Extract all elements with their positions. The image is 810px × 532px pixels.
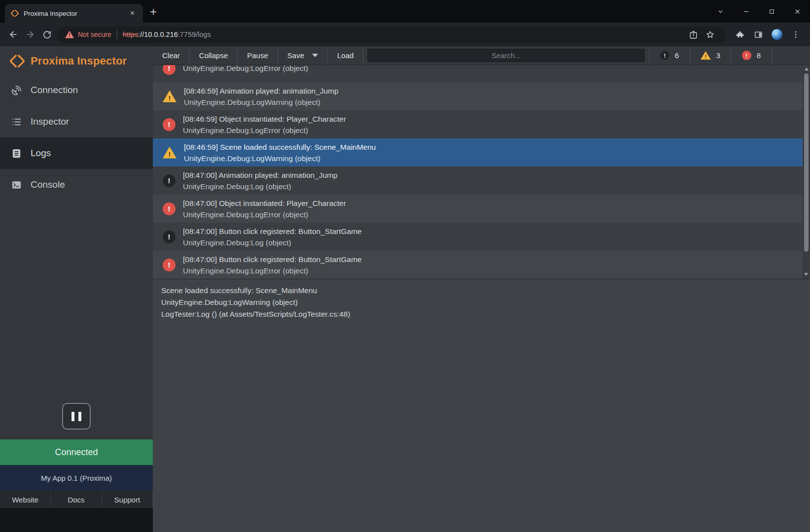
log-row[interactable]: [08:47:00] Animation played: animation_J… (153, 166, 803, 195)
tab-title: Proxima Inspector (24, 10, 123, 17)
sidebar-footer: Website Docs Support (0, 491, 153, 508)
severity-icon (163, 118, 176, 131)
main-filler (153, 326, 810, 532)
log-source: UnityEngine.Debug:LogError (object) (183, 209, 346, 220)
scrollbar-down-arrow-icon[interactable] (804, 273, 808, 276)
browser-tab[interactable]: Proxima Inspector × (5, 4, 143, 23)
support-link[interactable]: Support (102, 491, 153, 508)
log-scrollbar[interactable] (803, 65, 810, 279)
extension-avatar-button[interactable] (768, 26, 786, 43)
log-message: [08:46:59] Animation played: animation_J… (184, 85, 339, 97)
app-logo: Proxima Inspector (0, 46, 153, 74)
tab-search-chevron-button[interactable] (707, 0, 733, 23)
log-row-text: [08:47:00] Button click registered: Butt… (183, 226, 362, 248)
detail-line: Scene loaded successfully: Scene_MainMen… (161, 285, 802, 297)
url-scheme: https (123, 31, 138, 38)
load-button[interactable]: Load (328, 46, 363, 65)
search-input[interactable] (367, 49, 645, 62)
collapse-button-label: Collapse (199, 51, 228, 60)
clear-button-label: Clear (162, 51, 180, 60)
save-button[interactable]: Save (278, 46, 328, 65)
pause-button-label: Pause (247, 51, 268, 60)
side-panel-button[interactable] (749, 26, 768, 43)
warning-count: 3 (716, 51, 720, 60)
log-row-text: [08:46:59] Object instantiated: Player_C… (183, 113, 346, 136)
terminal-icon (11, 179, 22, 191)
log-row[interactable]: [08:47:00] Object instantiated: Player_C… (153, 195, 803, 223)
browser-menu-kebab-button[interactable] (786, 26, 805, 43)
log-source: UnityEngine.Debug:LogWarning (object) (184, 153, 376, 164)
severity-icon (163, 65, 176, 75)
address-bar: ! Not secure https://10.0.0.216:7759/log… (0, 23, 810, 46)
severity-icon (163, 174, 176, 187)
log-row[interactable]: [08:47:00] Button click registered: Butt… (153, 223, 803, 251)
app-title: Proxima Inspector (31, 55, 127, 67)
tab-close-button[interactable]: × (128, 8, 137, 18)
page-content: Proxima Inspector Connection Inspector L… (0, 46, 810, 532)
log-source: UnityEngine.Debug:Log (object) (183, 181, 338, 192)
sidebar-bottom-filler (0, 508, 153, 532)
log-row[interactable]: [08:46:59] Scene loaded successfully: Sc… (153, 138, 803, 166)
new-tab-button[interactable]: + (150, 6, 157, 18)
clear-button[interactable]: Clear (153, 46, 190, 65)
warning-count-filter[interactable]: 3 (690, 46, 731, 65)
url-text: https://10.0.0.216:7759/logs (123, 31, 211, 38)
satellite-dish-icon (11, 85, 22, 96)
error-icon (742, 51, 751, 60)
share-button[interactable] (685, 30, 702, 39)
url-omnibox[interactable]: ! Not secure https://10.0.0.216:7759/log… (57, 27, 726, 43)
log-row-text: [08:46:59] Scene loaded successfully: Sc… (184, 141, 376, 164)
window-minimize-button[interactable] (733, 0, 759, 23)
error-count-filter[interactable]: 8 (731, 46, 772, 65)
log-row[interactable]: [08:47:00] Button click registered: Butt… (153, 251, 803, 279)
sidebar-spacer (0, 200, 153, 403)
log-source: UnityEngine.Debug:LogError (object) (183, 125, 346, 136)
list-icon (11, 116, 22, 128)
logs-toolbar: Clear Collapse Pause Save Load 6 3 8 (153, 46, 810, 65)
forward-button[interactable] (22, 26, 38, 43)
scrollbar-up-arrow-icon[interactable] (805, 67, 809, 70)
sidebar-item-inspector[interactable]: Inspector (0, 106, 153, 137)
collapse-button[interactable]: Collapse (190, 46, 238, 65)
url-host: ://10.0.0.216 (138, 31, 178, 38)
log-source: UnityEngine.Debug:LogError (object) (183, 65, 308, 74)
pause-button[interactable]: Pause (238, 46, 278, 65)
log-row-text: [08:46:59] Animation played: animation_J… (184, 85, 339, 108)
window-close-button[interactable] (784, 0, 810, 23)
bookmark-star-button[interactable] (702, 30, 718, 39)
save-button-label: Save (287, 51, 304, 60)
back-button[interactable] (5, 26, 22, 43)
not-secure-warning-icon: ! (65, 31, 74, 38)
pause-stream-button[interactable] (62, 403, 91, 430)
log-source: UnityEngine.Debug:LogWarning (object) (184, 97, 339, 108)
log-row[interactable]: UnityEngine.Debug:LogError (object) (153, 65, 803, 82)
toolbar-end-cell (772, 46, 810, 65)
log-row-text: [08:47:00] Button click registered: Butt… (183, 254, 362, 276)
extensions-puzzle-button[interactable] (730, 26, 749, 43)
browser-window: Proxima Inspector × + (0, 0, 810, 532)
log-row[interactable]: [08:46:59] Animation played: animation_J… (153, 82, 803, 110)
detail-line: UnityEngine.Debug:LogWarning (object) (161, 297, 802, 308)
log-row-text: [08:47:00] Animation played: animation_J… (183, 169, 338, 192)
website-link[interactable]: Website (0, 491, 51, 508)
info-icon (660, 51, 669, 60)
info-count-filter[interactable]: 6 (649, 46, 690, 65)
sidebar-item-logs[interactable]: Logs (0, 137, 153, 169)
docs-link[interactable]: Docs (51, 491, 102, 508)
sidebar-item-console[interactable]: Console (0, 169, 153, 200)
log-list: UnityEngine.Debug:LogError (object) [08:… (153, 65, 810, 279)
not-secure-label: Not secure (78, 31, 111, 38)
log-row[interactable]: [08:46:59] Object instantiated: Player_C… (153, 110, 803, 138)
scrollbar-thumb[interactable] (804, 73, 809, 252)
save-dropdown-caret-icon[interactable] (312, 54, 318, 57)
logs-main-panel: Clear Collapse Pause Save Load 6 3 8 (153, 46, 810, 532)
info-count: 6 (675, 51, 679, 60)
reload-button[interactable] (38, 26, 55, 43)
pause-icon (78, 412, 81, 421)
sidebar-item-connection[interactable]: Connection (0, 74, 153, 106)
tab-strip: Proxima Inspector × + (0, 0, 810, 23)
log-detail-panel: Scene loaded successfully: Scene_MainMen… (153, 279, 810, 326)
warning-icon (701, 51, 711, 60)
sidebar-item-label: Connection (31, 85, 78, 96)
window-maximize-button[interactable] (759, 0, 784, 23)
